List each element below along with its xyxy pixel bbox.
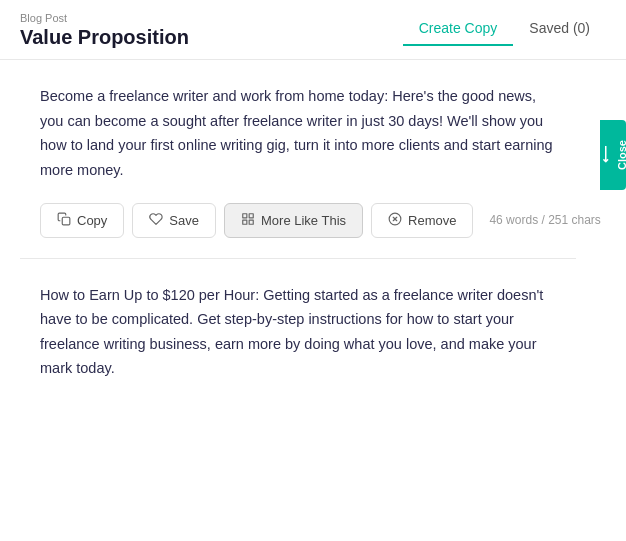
save-button[interactable]: Save [132,203,216,238]
word-count: 46 words / 251 chars [489,213,600,227]
more-like-this-label: More Like This [261,213,346,228]
grid-icon [241,212,255,229]
save-button-label: Save [169,213,199,228]
svg-rect-0 [62,217,70,225]
copy-card-2: How to Earn Up to $120 per Hour: Getting… [20,259,576,402]
svg-rect-3 [249,220,253,224]
remove-button-label: Remove [408,213,456,228]
heart-icon [149,212,163,229]
content-area: Become a freelance writer and work from … [0,60,626,401]
header: Blog Post Value Proposition Create Copy … [0,0,626,60]
tab-create-copy[interactable]: Create Copy [403,12,514,46]
svg-rect-4 [243,220,247,224]
action-row-1: Copy Save [40,203,556,238]
remove-button[interactable]: Remove [371,203,473,238]
svg-rect-2 [249,213,253,217]
copy-icon [57,212,71,229]
page-title: Value Proposition [20,26,189,49]
header-left: Blog Post Value Proposition [20,12,189,59]
x-circle-icon [388,212,402,229]
copy-button[interactable]: Copy [40,203,124,238]
close-label: Close [616,140,626,170]
tab-saved[interactable]: Saved (0) [513,12,606,46]
more-like-this-button[interactable]: More Like This [224,203,363,238]
copy-text-2: How to Earn Up to $120 per Hour: Getting… [40,283,556,382]
copy-text-1: Become a freelance writer and work from … [40,84,556,183]
copy-button-label: Copy [77,213,107,228]
copy-card-1: Become a freelance writer and work from … [20,60,576,259]
close-sidebar-button[interactable]: ⟵ Close [600,120,626,190]
breadcrumb: Blog Post [20,12,189,24]
header-tabs: Create Copy Saved (0) [403,12,606,46]
svg-rect-1 [243,213,247,217]
close-icon: ⟵ [598,147,612,164]
